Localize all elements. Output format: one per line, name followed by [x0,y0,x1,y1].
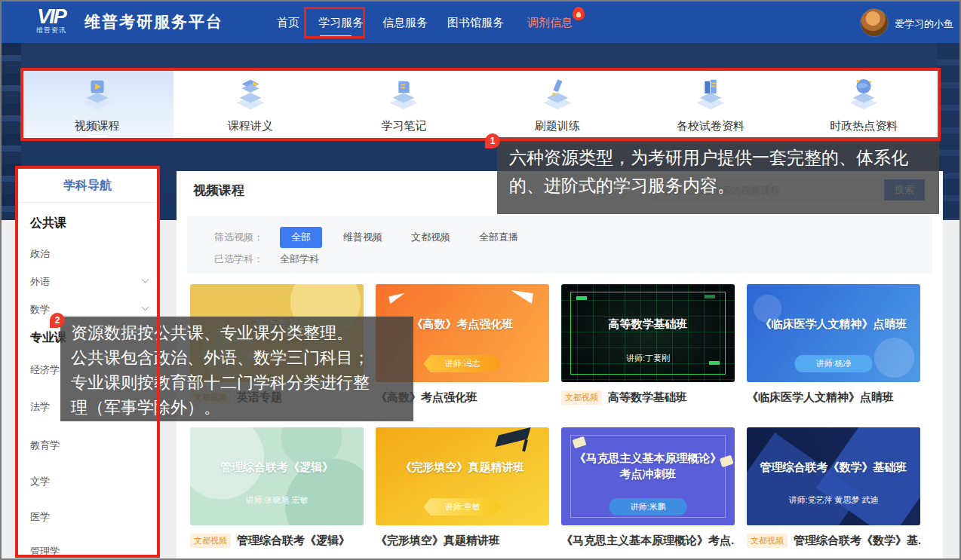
instructor-label: 讲师:冯志 [423,355,501,372]
study-note-icon [386,77,421,112]
nav-item-adjustment-info[interactable]: 调剂信息 [527,16,573,30]
sidebar-title: 学科导航 [15,178,160,194]
callout-line: 专业课则按教育部十二门学科分类进行整 [71,370,403,395]
sidebar-item-math[interactable]: 数学 [30,303,50,317]
sidebar-item-management[interactable]: 管理学 [30,545,60,558]
cover-title: 《马克思主义基本原理概论》 考点冲刺班 [561,450,735,482]
tab-course-handouts[interactable]: 课程讲义 [173,68,327,141]
instructor-label: 讲师:党艺萍 黄思梦 武迪 [747,494,920,506]
chevron-down-icon[interactable] [142,276,149,283]
filter-option-live[interactable]: 全部直播 [479,231,518,244]
filter-label: 筛选视频： [214,231,263,244]
callout-line: 的、进阶式的学习服务内容。 [509,172,927,200]
course-card[interactable]: 高等数学基础班 讲师:丁要刚 文都视频高等数学基础班 [561,284,735,425]
nav-item-adjustment-info-label: 调剂信息 [527,16,573,29]
course-caption: 《临床医学人文精神》点睛班 [747,390,894,405]
cover-title: 管理综合联考《逻辑》 [190,459,364,475]
instructor-label: 讲师:章敏 [423,498,501,516]
exam-paper-icon [693,77,728,112]
course-caption: 管理综合联考《数学》基... [794,534,920,548]
tab-label: 各校试卷资料 [634,119,787,133]
filter-option-wendu-video[interactable]: 文都视频 [411,231,450,244]
tab-label: 刷题训练 [480,119,634,133]
instructor-label: 讲师:米鹏 [609,498,686,516]
tab-label: 课程讲义 [173,119,327,133]
divider [15,202,160,203]
video-source-tag: 文都视频 [747,534,788,548]
sidebar-item-economics[interactable]: 经济学 [30,363,60,377]
tab-label: 时政热点资料 [788,119,941,133]
course-card[interactable]: 管理综合联考《逻辑》 讲师:张晓旭 宏敏 文都视频管理综合联考《逻辑》 [190,427,364,560]
tab-school-exam-papers[interactable]: 各校试卷资料 [634,68,787,141]
nav-item-learning-services[interactable]: 学习服务 [318,16,364,30]
username-label[interactable]: 爱学习的小鱼 [895,17,953,31]
sidebar-item-education[interactable]: 教育学 [30,439,60,452]
annotation-callout-2: 资源数据按公共课、专业课分类整理。 公共课包含政治、外语、数学三门科目； 专业课… [60,317,413,421]
annotation-callout-1: 六种资源类型，为考研用户提供一套完整的、体系化 的、进阶式的学习服务内容。 [497,137,939,214]
platform-title: 维普考研服务平台 [84,11,223,32]
course-caption: 《完形填空》真题精讲班 [376,534,500,548]
filter-row-subject: 已选学科： 全部学科 [214,252,319,266]
course-cover: 高等数学基础班 讲师:丁要刚 [561,284,735,382]
course-card[interactable]: 《马克思主义基本原理概论》 考点冲刺班 讲师:米鹏 《马克思主义基本原理概论》考… [561,427,735,560]
filter-label: 已选学科： [214,252,263,266]
instructor-label: 讲师:杨净 [794,355,872,372]
tab-label: 学习笔记 [327,119,480,133]
filter-row-video: 筛选视频： 全部 维普视频 文都视频 全部直播 [214,227,547,248]
selected-subject-value[interactable]: 全部学科 [280,252,319,266]
filter-box: 筛选视频： 全部 维普视频 文都视频 全部直播 已选学科： 全部学科 [187,216,932,274]
callout-line: 理（军事学除外）。 [71,395,403,420]
vip-logo[interactable]: VIP 维普资讯 [24,6,78,35]
vip-logo-subtext: 维普资讯 [24,26,78,35]
course-caption: 管理综合联考《逻辑》 [237,534,350,548]
course-caption: 高等数学基础班 [608,390,687,405]
annotation-number-badge: 1 [485,133,500,148]
sidebar-item-medicine[interactable]: 医学 [30,510,50,524]
tab-video-courses[interactable]: 视频课程 [20,68,173,141]
instructor-label: 讲师:张晓旭 宏敏 [190,494,364,506]
nav-item-home[interactable]: 首页 [277,16,299,30]
course-card[interactable]: 管理综合联考《数学》基础班 讲师:党艺萍 黄思梦 武迪 文都视频管理综合联考《数… [747,427,920,560]
tab-current-affairs[interactable]: 时政热点资料 [788,68,941,141]
current-affairs-globe-icon [846,77,881,112]
vip-logo-text: VIP [24,6,78,27]
sidebar-item-law[interactable]: 法学 [30,400,50,414]
video-source-tag: 文都视频 [561,390,602,405]
tab-study-notes[interactable]: 学习笔记 [327,68,480,141]
cover-title: 《完形填空》真题精讲班 [376,459,549,475]
nav-item-library-services[interactable]: 图书馆服务 [447,16,504,30]
sidebar-item-politics[interactable]: 政治 [30,247,50,261]
video-source-tag: 文都视频 [190,534,231,548]
course-card[interactable]: 《临床医学人文精神》点睛班 讲师:杨净 《临床医学人文精神》点睛班 [747,284,920,425]
course-caption: 《马克思主义基本原理概论》考点... [561,534,735,548]
instructor-label: 讲师:丁要刚 [561,353,735,364]
app-window: VIP 维普资讯 维普考研服务平台 首页 学习服务 信息服务 图书馆服务 调剂信… [0,0,961,560]
course-cover: 管理综合联考《数学》基础班 讲师:党艺萍 黄思梦 武迪 [747,427,920,525]
hot-flame-badge [573,7,585,20]
course-cover: 管理综合联考《逻辑》 讲师:张晓旭 宏敏 [190,427,364,525]
cover-title: 管理综合联考《数学》基础班 [747,459,920,475]
callout-line: 资源数据按公共课、专业课分类整理。 [71,320,403,345]
callout-line: 公共课包含政治、外语、数学三门科目； [71,345,403,370]
user-avatar[interactable] [860,8,889,37]
tab-label: 视频课程 [20,119,173,133]
course-handout-icon [233,77,268,112]
filter-option-all[interactable]: 全部 [280,227,322,248]
active-nav-underline [320,35,352,38]
course-cover: 《马克思主义基本原理概论》 考点冲刺班 讲师:米鹏 [561,427,735,525]
cover-title: 高等数学基础班 [561,316,735,332]
course-card[interactable]: 《完形填空》真题精讲班 讲师:章敏 《完形填空》真题精讲班 [376,427,549,560]
sidebar-section-public: 公共课 [30,216,66,231]
course-cover: 《临床医学人文精神》点睛班 讲师:杨净 [747,284,920,382]
resource-type-tabs: 视频课程 课程讲义 学习笔记 刷题训练 各校试卷资料 [20,68,941,141]
nav-item-info-services[interactable]: 信息服务 [382,16,428,30]
chevron-down-icon[interactable] [142,304,149,311]
annotation-number-badge: 2 [50,313,65,328]
filter-option-weipu-video[interactable]: 维普视频 [343,231,382,244]
sidebar-item-literature[interactable]: 文学 [30,475,50,488]
page-title: 视频课程 [193,182,244,199]
practice-pencil-icon [540,77,575,112]
tab-question-practice[interactable]: 刷题训练 [480,68,634,141]
sidebar-item-foreign-language[interactable]: 外语 [30,275,50,289]
course-cover: 《完形填空》真题精讲班 讲师:章敏 [376,427,549,525]
